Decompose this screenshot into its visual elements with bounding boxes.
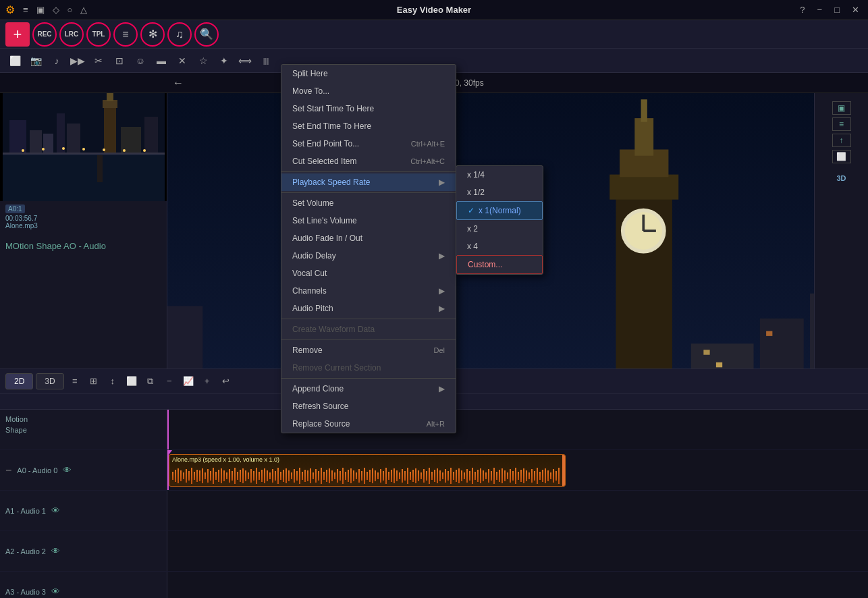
menu-move-to[interactable]: Move To...	[281, 82, 456, 100]
wave-button[interactable]: |||	[256, 51, 275, 70]
timeline-tool-2[interactable]: ⊞	[86, 373, 102, 389]
menu-audio-delay[interactable]: Audio Delay ▶	[281, 247, 456, 265]
menu-refresh-source[interactable]: Refresh Source	[281, 398, 456, 415]
svg-rect-81	[213, 468, 214, 484]
close2-button[interactable]: ✕	[173, 51, 192, 70]
menu-set-end-time[interactable]: Set End Time To Here	[281, 117, 456, 135]
next-button[interactable]: ▶▶	[68, 51, 87, 70]
timeline-tool-4[interactable]: ⬜	[124, 373, 140, 389]
audio2-eye-icon[interactable]: 👁	[51, 546, 60, 556]
menu-replace-source[interactable]: Replace Source Alt+R	[281, 415, 456, 433]
record-button[interactable]: REC	[32, 22, 57, 47]
close-button[interactable]: ✕	[848, 3, 863, 16]
menu-remove[interactable]: Remove Del	[281, 342, 456, 359]
menu-append-clone[interactable]: Append Clone ▶	[281, 380, 456, 398]
new-button[interactable]: ⬜	[5, 51, 24, 70]
menu-set-start-time[interactable]: Set Start Time To Here	[281, 100, 456, 117]
menu-split-here[interactable]: Split Here	[281, 65, 456, 82]
svg-rect-127	[337, 469, 338, 483]
menu-sep-5	[281, 378, 456, 379]
speed-normal[interactable]: ✓ x 1(Normal)	[456, 201, 543, 220]
panel-icon-3[interactable]: ↑	[832, 134, 851, 147]
2d-mode-button[interactable]: 2D	[5, 373, 33, 389]
menu-vocal-cut[interactable]: Vocal Cut	[281, 265, 456, 282]
track-audio-0: − A0 - Audio 0 👁 Alone.mp3 (speed x 1.00…	[0, 450, 868, 491]
track-content-audio-1[interactable]	[167, 491, 868, 531]
audio0-track-name: A0 - Audio 0	[17, 466, 57, 474]
track-content-audio-3[interactable]	[167, 572, 868, 598]
speed-half[interactable]: x 1/2	[456, 184, 543, 201]
search-button[interactable]: 🔍	[194, 22, 219, 47]
audio0-eye-icon[interactable]: 👁	[63, 465, 72, 475]
help-button[interactable]: ?	[796, 3, 808, 16]
music-button[interactable]: ♪	[47, 51, 66, 70]
tpl-button[interactable]: TPL	[86, 22, 111, 47]
audio-button[interactable]: ♫	[167, 22, 192, 47]
minimize-button[interactable]: −	[814, 3, 826, 16]
svg-rect-67	[175, 470, 176, 482]
add-media-button[interactable]: +	[5, 22, 30, 47]
star-button[interactable]: ☆	[194, 51, 213, 70]
menu-audio-fade[interactable]: Audio Fade In / Out	[281, 229, 456, 247]
titlebar-icon-5[interactable]: △	[80, 5, 87, 15]
track-audio-3: A3 - Audio 3 👁	[0, 572, 868, 598]
timeline-tool-9[interactable]: ↩	[218, 373, 234, 389]
svg-point-19	[143, 149, 146, 152]
speed-double[interactable]: x 2	[456, 220, 543, 238]
titlebar-icon-2[interactable]: ▣	[36, 5, 45, 15]
menu-playback-speed[interactable]: Playback Speed Rate ▶	[281, 173, 456, 191]
menu-set-volume[interactable]: Set Volume	[281, 194, 456, 212]
screenshot-button[interactable]: 📷	[26, 51, 45, 70]
menu-cut-selected[interactable]: Cut Selected Item Ctrl+Alt+C	[281, 153, 456, 170]
effects-button[interactable]: ✻	[140, 22, 165, 47]
menu-line-volume-label: Set Line's Volume	[292, 216, 357, 225]
svg-rect-196	[523, 468, 524, 483]
swap-button[interactable]: ⟺	[236, 51, 254, 70]
timeline-tool-1[interactable]: ≡	[67, 373, 83, 389]
panel-icon-1[interactable]: ▣	[832, 101, 851, 115]
menu-channels[interactable]: Channels ▶	[281, 282, 456, 300]
menu-playback-label: Playback Speed Rate	[292, 178, 370, 187]
titlebar-icon-1[interactable]: ≡	[23, 5, 28, 15]
timeline-tool-5[interactable]: ⧉	[142, 373, 159, 389]
timeline-tool-8[interactable]: +	[199, 373, 215, 389]
titlebar: ⚙ ≡ ▣ ◇ ○ △ Easy Video Maker ? − □ ✕	[0, 0, 868, 20]
speed-custom[interactable]: Custom...	[456, 255, 543, 274]
titlebar-icon-3[interactable]: ◇	[53, 5, 59, 15]
speed-quad[interactable]: x 4	[456, 238, 543, 255]
track-content-audio-0[interactable]: Alone.mp3 (speed x 1.00, volume x 1.0)	[167, 450, 868, 490]
svg-rect-177	[472, 468, 473, 484]
svg-rect-134	[356, 472, 357, 479]
svg-rect-141	[375, 470, 376, 481]
svg-rect-163	[434, 470, 435, 482]
svg-rect-117	[310, 468, 311, 483]
audio1-eye-icon[interactable]: 👁	[51, 506, 60, 516]
sparkle-button[interactable]: ✦	[215, 51, 234, 70]
menu-audio-pitch[interactable]: Audio Pitch ▶	[281, 300, 456, 317]
audio3-eye-icon[interactable]: 👁	[51, 587, 60, 597]
bar-button[interactable]: ▬	[152, 51, 171, 70]
svg-rect-179	[477, 470, 479, 482]
speed-quarter[interactable]: x 1/4	[456, 166, 543, 184]
panel-icon-4[interactable]: ⬜	[832, 150, 851, 163]
maximize-button[interactable]: □	[831, 3, 843, 16]
cut-button[interactable]: ✂	[89, 51, 108, 70]
emoji-button[interactable]: ☺	[131, 51, 150, 70]
menu-set-end-point[interactable]: Set End Point To... Ctrl+Alt+E	[281, 135, 456, 153]
svg-rect-168	[447, 471, 449, 481]
lrc-button[interactable]: LRC	[59, 22, 84, 47]
audio0-minus-icon[interactable]: −	[5, 464, 11, 477]
timeline-tool-6[interactable]: −	[161, 373, 178, 389]
timeline-tool-7[interactable]: 📈	[180, 373, 196, 389]
menu-set-line-volume[interactable]: Set Line's Volume	[281, 212, 456, 229]
svg-rect-77	[202, 468, 203, 483]
svg-rect-136	[361, 471, 362, 481]
3d-mode-button[interactable]: 3D	[36, 373, 63, 389]
timeline-tool-3[interactable]: ↕	[105, 373, 121, 389]
track-content-audio-2[interactable]	[167, 531, 868, 571]
titlebar-icon-4[interactable]: ○	[67, 5, 73, 15]
grid-button[interactable]: ⊡	[110, 51, 129, 70]
arrow-left-icon: ←	[173, 77, 184, 89]
panel-icon-2[interactable]: ≡	[832, 117, 851, 131]
list-button[interactable]: ≡	[113, 22, 138, 47]
